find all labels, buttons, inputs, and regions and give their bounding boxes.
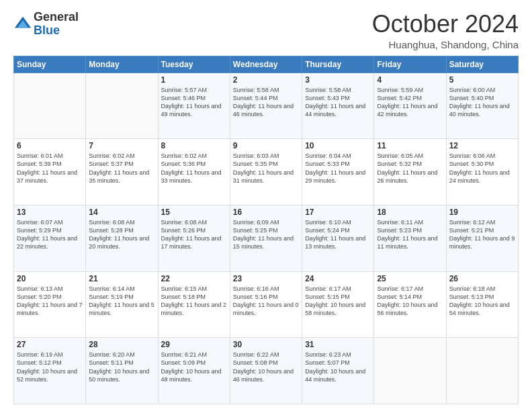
day-number: 10: [305, 141, 371, 150]
cell-details: Sunrise: 6:00 AM Sunset: 5:40 PM Dayligh…: [449, 86, 515, 119]
cell-details: Sunrise: 5:59 AM Sunset: 5:42 PM Dayligh…: [377, 86, 443, 119]
table-row: [14, 73, 86, 139]
cell-details: Sunrise: 6:13 AM Sunset: 5:20 PM Dayligh…: [17, 285, 83, 318]
day-number: 7: [89, 141, 154, 150]
col-wednesday: Wednesday: [230, 56, 302, 73]
cell-details: Sunrise: 6:11 AM Sunset: 5:23 PM Dayligh…: [377, 218, 443, 251]
table-row: 12Sunrise: 6:06 AM Sunset: 5:30 PM Dayli…: [446, 139, 518, 205]
day-number: 1: [161, 75, 227, 85]
table-row: 17Sunrise: 6:10 AM Sunset: 5:24 PM Dayli…: [302, 205, 374, 271]
cell-details: Sunrise: 6:19 AM Sunset: 5:12 PM Dayligh…: [17, 351, 83, 383]
cell-details: Sunrise: 6:22 AM Sunset: 5:08 PM Dayligh…: [233, 351, 299, 383]
cell-details: Sunrise: 6:04 AM Sunset: 5:33 PM Dayligh…: [305, 152, 371, 185]
cell-details: Sunrise: 6:12 AM Sunset: 5:21 PM Dayligh…: [449, 218, 515, 251]
day-number: 26: [449, 274, 515, 283]
col-tuesday: Tuesday: [158, 56, 230, 73]
table-row: 21Sunrise: 6:14 AM Sunset: 5:19 PM Dayli…: [86, 271, 158, 338]
title-section: October 2024 Huanghua, Shandong, China: [372, 11, 519, 50]
table-row: 9Sunrise: 6:03 AM Sunset: 5:35 PM Daylig…: [230, 139, 302, 205]
table-row: 16Sunrise: 6:09 AM Sunset: 5:25 PM Dayli…: [230, 205, 302, 271]
cell-details: Sunrise: 5:58 AM Sunset: 5:44 PM Dayligh…: [233, 86, 299, 119]
day-number: 5: [449, 75, 515, 85]
calendar-table: Sunday Monday Tuesday Wednesday Thursday…: [13, 56, 519, 404]
page: General Blue October 2024 Huanghua, Shan…: [0, 0, 532, 411]
table-row: 31Sunrise: 6:23 AM Sunset: 5:07 PM Dayli…: [302, 338, 374, 404]
table-row: 8Sunrise: 6:02 AM Sunset: 5:36 PM Daylig…: [158, 139, 230, 205]
day-number: 13: [17, 208, 83, 217]
cell-details: Sunrise: 6:16 AM Sunset: 5:16 PM Dayligh…: [233, 285, 299, 318]
table-row: 25Sunrise: 6:17 AM Sunset: 5:14 PM Dayli…: [374, 271, 446, 338]
day-number: 29: [161, 340, 227, 349]
month-title: October 2024: [372, 11, 519, 38]
table-row: 14Sunrise: 6:08 AM Sunset: 5:28 PM Dayli…: [86, 205, 158, 271]
table-row: 24Sunrise: 6:17 AM Sunset: 5:15 PM Dayli…: [302, 271, 374, 338]
table-row: 4Sunrise: 5:59 AM Sunset: 5:42 PM Daylig…: [374, 73, 446, 139]
logo-blue-text: Blue: [34, 24, 60, 37]
day-number: 24: [305, 274, 371, 283]
day-number: 18: [377, 208, 443, 217]
table-row: [86, 73, 158, 139]
table-row: 6Sunrise: 6:01 AM Sunset: 5:39 PM Daylig…: [14, 139, 86, 205]
cell-details: Sunrise: 5:58 AM Sunset: 5:43 PM Dayligh…: [305, 86, 371, 119]
table-row: 1Sunrise: 5:57 AM Sunset: 5:46 PM Daylig…: [158, 73, 230, 139]
day-number: 21: [89, 274, 154, 283]
col-monday: Monday: [86, 56, 158, 73]
table-row: 23Sunrise: 6:16 AM Sunset: 5:16 PM Dayli…: [230, 271, 302, 338]
cell-details: Sunrise: 6:05 AM Sunset: 5:32 PM Dayligh…: [377, 152, 443, 185]
table-row: [446, 338, 518, 404]
table-row: 20Sunrise: 6:13 AM Sunset: 5:20 PM Dayli…: [14, 271, 86, 338]
cell-details: Sunrise: 6:02 AM Sunset: 5:36 PM Dayligh…: [161, 152, 227, 185]
cell-details: Sunrise: 6:07 AM Sunset: 5:29 PM Dayligh…: [17, 218, 83, 251]
calendar-week-row: 6Sunrise: 6:01 AM Sunset: 5:39 PM Daylig…: [14, 139, 519, 205]
calendar-week-row: 1Sunrise: 5:57 AM Sunset: 5:46 PM Daylig…: [14, 73, 519, 139]
day-number: 4: [377, 75, 443, 85]
table-row: 11Sunrise: 6:05 AM Sunset: 5:32 PM Dayli…: [374, 139, 446, 205]
table-row: 3Sunrise: 5:58 AM Sunset: 5:43 PM Daylig…: [302, 73, 374, 139]
logo: General Blue: [13, 11, 79, 38]
cell-details: Sunrise: 6:17 AM Sunset: 5:15 PM Dayligh…: [305, 285, 371, 318]
day-number: 11: [377, 141, 443, 150]
cell-details: Sunrise: 6:09 AM Sunset: 5:25 PM Dayligh…: [233, 218, 299, 251]
table-row: 7Sunrise: 6:02 AM Sunset: 5:37 PM Daylig…: [86, 139, 158, 205]
cell-details: Sunrise: 6:18 AM Sunset: 5:13 PM Dayligh…: [449, 285, 515, 318]
cell-details: Sunrise: 6:02 AM Sunset: 5:37 PM Dayligh…: [89, 152, 154, 185]
cell-details: Sunrise: 6:03 AM Sunset: 5:35 PM Dayligh…: [233, 152, 299, 185]
day-number: 3: [305, 75, 371, 85]
table-row: 18Sunrise: 6:11 AM Sunset: 5:23 PM Dayli…: [374, 205, 446, 271]
col-thursday: Thursday: [302, 56, 374, 73]
day-number: 14: [89, 208, 154, 217]
cell-details: Sunrise: 6:01 AM Sunset: 5:39 PM Dayligh…: [17, 152, 83, 185]
col-saturday: Saturday: [446, 56, 518, 73]
day-number: 9: [233, 141, 299, 150]
cell-details: Sunrise: 6:21 AM Sunset: 5:09 PM Dayligh…: [161, 351, 227, 383]
cell-details: Sunrise: 6:10 AM Sunset: 5:24 PM Dayligh…: [305, 218, 371, 251]
table-row: 30Sunrise: 6:22 AM Sunset: 5:08 PM Dayli…: [230, 338, 302, 404]
day-number: 16: [233, 208, 299, 217]
cell-details: Sunrise: 6:15 AM Sunset: 5:18 PM Dayligh…: [161, 285, 227, 318]
table-row: 29Sunrise: 6:21 AM Sunset: 5:09 PM Dayli…: [158, 338, 230, 404]
day-number: 22: [161, 274, 227, 283]
day-number: 6: [17, 141, 83, 150]
cell-details: Sunrise: 6:14 AM Sunset: 5:19 PM Dayligh…: [89, 285, 154, 318]
calendar-week-row: 13Sunrise: 6:07 AM Sunset: 5:29 PM Dayli…: [14, 205, 519, 271]
table-row: [374, 338, 446, 404]
day-number: 2: [233, 75, 299, 85]
day-number: 23: [233, 274, 299, 283]
day-number: 31: [305, 340, 371, 349]
table-row: 15Sunrise: 6:08 AM Sunset: 5:26 PM Dayli…: [158, 205, 230, 271]
header: General Blue October 2024 Huanghua, Shan…: [13, 11, 519, 50]
cell-details: Sunrise: 5:57 AM Sunset: 5:46 PM Dayligh…: [161, 86, 227, 119]
day-number: 20: [17, 274, 83, 283]
calendar-week-row: 20Sunrise: 6:13 AM Sunset: 5:20 PM Dayli…: [14, 271, 519, 338]
day-number: 8: [161, 141, 227, 150]
calendar-week-row: 27Sunrise: 6:19 AM Sunset: 5:12 PM Dayli…: [14, 338, 519, 404]
day-number: 30: [233, 340, 299, 349]
table-row: 19Sunrise: 6:12 AM Sunset: 5:21 PM Dayli…: [446, 205, 518, 271]
col-friday: Friday: [374, 56, 446, 73]
day-number: 19: [449, 208, 515, 217]
logo-icon: [13, 14, 32, 33]
day-number: 17: [305, 208, 371, 217]
day-number: 25: [377, 274, 443, 283]
table-row: 13Sunrise: 6:07 AM Sunset: 5:29 PM Dayli…: [14, 205, 86, 271]
col-sunday: Sunday: [14, 56, 86, 73]
